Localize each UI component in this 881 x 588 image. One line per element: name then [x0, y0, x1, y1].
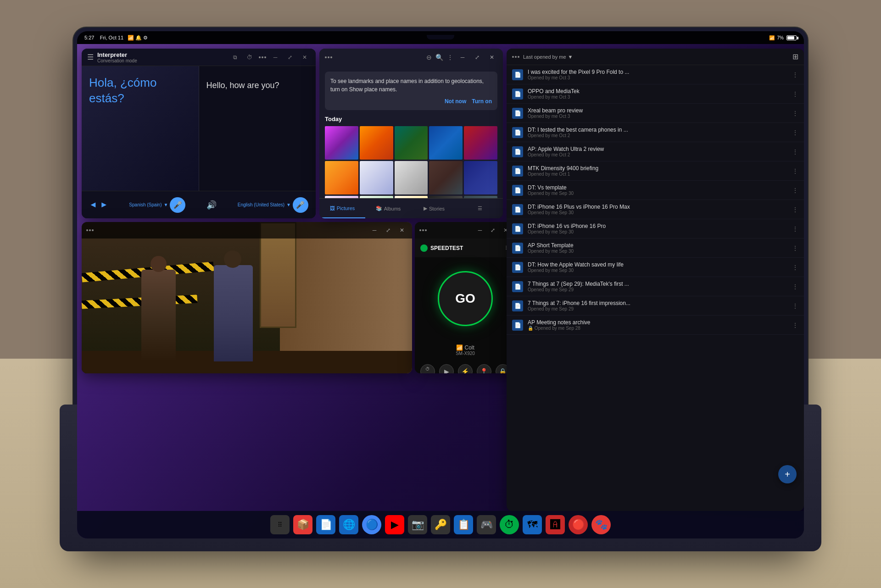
docs-item-menu-icon[interactable]: ⋮: [792, 148, 798, 155]
maps-not-now-button[interactable]: Not now: [445, 98, 466, 105]
maps-search-icon[interactable]: 🔍: [435, 54, 443, 61]
pip-button[interactable]: ⧉: [229, 52, 240, 63]
speedtest-play-button[interactable]: ▶: [439, 364, 454, 373]
lang-left-selector[interactable]: Spanish (Spain) ▼ 🎤: [129, 197, 185, 213]
video-close[interactable]: ✕: [396, 225, 407, 236]
photo-thumb-3[interactable]: [395, 126, 428, 160]
docs-item-menu-icon[interactable]: ⋮: [792, 167, 798, 175]
docs-file-icon: 📄: [512, 185, 523, 196]
taskbar-icon-3[interactable]: 🌐: [339, 515, 358, 534]
docs-fab-button[interactable]: +: [778, 465, 797, 483]
maps-share-icon[interactable]: ⊖: [426, 54, 432, 61]
video-minimize[interactable]: ─: [369, 225, 380, 236]
minimize-button[interactable]: ─: [270, 52, 281, 63]
docs-grid-view-icon[interactable]: ⊞: [792, 52, 798, 61]
docs-item[interactable]: 📄 DT: How the Apple Watch saved my life …: [507, 258, 804, 277]
photo-thumb-1[interactable]: [325, 126, 358, 160]
speedtest-share-button[interactable]: ⚡: [458, 364, 473, 373]
docs-item-menu-icon[interactable]: ⋮: [792, 206, 798, 213]
maps-more-options[interactable]: [325, 56, 332, 58]
taskbar-icon-2[interactable]: 📄: [316, 515, 335, 534]
docs-item[interactable]: 📄 DT: I tested the best camera phones in…: [507, 123, 804, 142]
close-button[interactable]: ✕: [299, 52, 310, 63]
docs-item[interactable]: 📄 AP: Apple Watch Ultra 2 review Opened …: [507, 142, 804, 161]
docs-item-menu-icon[interactable]: ⋮: [792, 322, 798, 329]
photo-thumb-7[interactable]: [360, 161, 393, 194]
docs-item[interactable]: 📄 OPPO and MediaTek Opened by me Oct 3 ⋮: [507, 84, 804, 104]
speedtest-expand[interactable]: ⤢: [487, 225, 498, 236]
docs-item[interactable]: 📄 DT: Vs template Opened by me Sep 30 ⋮: [507, 181, 804, 200]
docs-more-options[interactable]: [512, 56, 519, 58]
docs-item[interactable]: 📄 I was excited for the Pixel 9 Pro Fold…: [507, 65, 804, 84]
taskbar-camera-icon[interactable]: 📷: [408, 515, 427, 534]
history-button[interactable]: ⏱: [244, 52, 255, 63]
docs-item-menu-icon[interactable]: ⋮: [792, 264, 798, 271]
taskbar-speedtest-icon[interactable]: ⏱: [500, 515, 519, 534]
maps-close[interactable]: ✕: [486, 52, 497, 63]
docs-file-icon: 📄: [512, 243, 523, 254]
photo-thumb-4[interactable]: [429, 126, 463, 160]
maps-tab-menu[interactable]: ☰: [457, 199, 503, 218]
docs-item-menu-icon[interactable]: ⋮: [792, 110, 798, 117]
maps-tab-albums[interactable]: 📚 Albums: [365, 199, 411, 218]
taskbar-red-icon[interactable]: 🅰: [546, 515, 565, 534]
video-expand[interactable]: ⤢: [383, 225, 394, 236]
docs-item[interactable]: 📄 MTK Dimensity 9400 briefing Opened by …: [507, 161, 804, 181]
photo-thumb-2[interactable]: [360, 126, 393, 160]
speaker-icon[interactable]: 🔊: [206, 200, 217, 210]
docs-item-menu-icon[interactable]: ⋮: [792, 187, 798, 194]
taskbar-icon-1[interactable]: 📦: [293, 515, 312, 534]
docs-sort-selector[interactable]: Last opened by me ▼: [523, 54, 573, 60]
prev-button[interactable]: ◄ ►: [89, 200, 108, 210]
mic-left-button[interactable]: 🎤: [170, 197, 185, 213]
speedtest-go-button[interactable]: GO: [438, 271, 493, 326]
docs-item-menu-icon[interactable]: ⋮: [792, 129, 798, 136]
photo-thumb-8[interactable]: [395, 161, 428, 194]
docs-item-menu-icon[interactable]: ⋮: [792, 90, 798, 98]
maps-minimize[interactable]: ─: [457, 52, 468, 63]
docs-item-menu-icon[interactable]: ⋮: [792, 244, 798, 252]
more-options-button[interactable]: [259, 56, 266, 58]
taskbar-key-icon[interactable]: 🔑: [431, 515, 450, 534]
video-more-options[interactable]: [86, 229, 94, 231]
speedtest-location-button[interactable]: 📍: [477, 364, 491, 373]
expand-button[interactable]: ⤢: [284, 52, 296, 63]
taskbar-game-icon[interactable]: 🎮: [477, 515, 496, 534]
docs-item-title: AP: Apple Watch Ultra 2 review: [528, 146, 787, 152]
docs-item[interactable]: 📄 7 Things at 7 (Sep 29): MediaTek's fir…: [507, 277, 804, 296]
docs-item-menu-icon[interactable]: ⋮: [792, 225, 798, 233]
hamburger-icon[interactable]: ☰: [87, 53, 94, 61]
docs-item[interactable]: 📄 Xreal beam pro review Opened by me Oct…: [507, 104, 804, 123]
docs-item-menu-icon[interactable]: ⋮: [792, 71, 798, 78]
docs-item[interactable]: 📄 7 Things at 7: iPhone 16 first impress…: [507, 296, 804, 316]
taskbar-chrome-icon[interactable]: 🔵: [362, 515, 381, 534]
lang-right-selector[interactable]: English (United States) ▼ 🎤: [238, 197, 308, 213]
maps-tab-stories[interactable]: ▶ Stories: [411, 199, 457, 218]
maps-tab-pictures[interactable]: 🖼 Pictures: [319, 199, 365, 218]
stories-icon: ▶: [424, 205, 427, 211]
taskbar-paw-icon[interactable]: 🐾: [591, 515, 611, 534]
maps-turn-on-button[interactable]: Turn on: [472, 98, 492, 105]
maps-expand[interactable]: ⤢: [472, 52, 483, 63]
taskbar-youtube-icon[interactable]: ▶: [385, 515, 404, 534]
mic-right-button[interactable]: 🎤: [293, 197, 308, 213]
speedtest-minimize[interactable]: ─: [474, 225, 485, 236]
person-2-head: [224, 250, 241, 268]
docs-item[interactable]: 📄 DT: iPhone 16 Plus vs iPhone 16 Pro Ma…: [507, 200, 804, 219]
photo-thumb-5[interactable]: [464, 126, 497, 160]
docs-item-menu-icon[interactable]: ⋮: [792, 302, 798, 310]
taskbar-clipboard-icon[interactable]: 📋: [454, 515, 473, 534]
docs-item[interactable]: 📄 AP Meeting notes archive 🔒 Opened by m…: [507, 316, 804, 335]
photo-thumb-9[interactable]: [429, 161, 463, 194]
taskbar-red2-icon[interactable]: 🔴: [569, 515, 588, 534]
photo-thumb-10[interactable]: [464, 161, 497, 194]
taskbar-maps-icon[interactable]: 🗺: [523, 515, 542, 534]
docs-item[interactable]: 📄 DT: iPhone 16 vs iPhone 16 Pro Opened …: [507, 219, 804, 239]
taskbar-apps-button[interactable]: ⠿: [270, 515, 290, 534]
maps-menu-icon[interactable]: ⋮: [447, 54, 453, 61]
speedtest-more-options[interactable]: [419, 229, 427, 231]
photo-thumb-6[interactable]: [325, 161, 358, 194]
sort-chevron-icon: ▼: [568, 54, 573, 60]
docs-item[interactable]: 📄 AP Short Template Opened by me Sep 30 …: [507, 239, 804, 258]
docs-item-menu-icon[interactable]: ⋮: [792, 283, 798, 290]
